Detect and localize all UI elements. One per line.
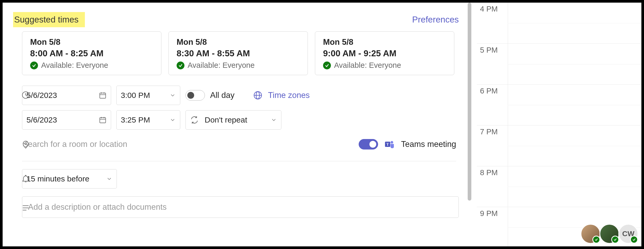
- scrollbar-thumb[interactable]: [468, 3, 471, 201]
- svg-point-17: [25, 175, 26, 176]
- description-icon: [20, 203, 31, 213]
- bell-icon: [20, 173, 31, 184]
- svg-rect-8: [100, 118, 106, 123]
- suggested-timerange: 8:30 AM - 8:55 AM: [177, 48, 300, 58]
- suggested-time-card[interactable]: Mon 5/8 8:00 AM - 8:25 AM Available: Eve…: [22, 31, 161, 75]
- start-date-field[interactable]: 5/6/2023: [22, 86, 111, 105]
- suggested-date: Mon 5/8: [323, 37, 446, 47]
- suggested-date: Mon 5/8: [30, 37, 153, 47]
- suggested-time-card[interactable]: Mon 5/8 8:30 AM - 8:55 AM Available: Eve…: [168, 31, 308, 75]
- hour-label: 4 PM: [480, 5, 498, 13]
- teams-meeting-label: Teams meeting: [401, 140, 456, 149]
- svg-point-15: [391, 141, 393, 144]
- description-field[interactable]: Add a description or attach documents: [22, 196, 459, 218]
- mini-calendar-pane: 4 PM 5 PM 6 PM 7 PM 8 PM 9 PM: [477, 3, 641, 246]
- suggested-times-heading: Suggested times: [13, 12, 85, 27]
- hour-label: 5 PM: [480, 46, 498, 54]
- globe-icon: [253, 90, 263, 100]
- svg-rect-1: [100, 93, 106, 98]
- calendar-hour-row[interactable]: 8 PM: [477, 166, 641, 207]
- repeat-icon: [190, 115, 199, 124]
- avatar[interactable]: [581, 224, 601, 244]
- preferences-link[interactable]: Preferences: [412, 15, 459, 25]
- presence-available-icon: [611, 236, 619, 244]
- check-circle-icon: [323, 62, 331, 69]
- check-circle-icon: [30, 62, 38, 69]
- chevron-down-icon: [271, 117, 277, 123]
- suggested-times-cards: Mon 5/8 8:00 AM - 8:25 AM Available: Eve…: [22, 31, 467, 75]
- hour-label: 9 PM: [480, 209, 498, 218]
- all-day-toggle[interactable]: [185, 90, 205, 101]
- calendar-icon: [99, 91, 107, 99]
- reminder-value: 15 minutes before: [26, 174, 89, 183]
- chevron-down-icon: [170, 92, 176, 98]
- end-date-value: 5/6/2023: [26, 115, 57, 124]
- calendar-hour-row[interactable]: 7 PM: [477, 125, 641, 166]
- avatar[interactable]: [599, 224, 619, 244]
- presence-available-icon: [630, 236, 638, 244]
- presence-avatars: CW: [582, 224, 638, 244]
- recurrence-value: Don't repeat: [205, 115, 247, 124]
- suggested-time-card[interactable]: Mon 5/8 9:00 AM - 9:25 AM Available: Eve…: [315, 31, 454, 75]
- availability-text: Available: Everyone: [334, 61, 401, 70]
- end-time-value: 3:25 PM: [121, 115, 150, 124]
- end-date-field[interactable]: 5/6/2023: [22, 110, 111, 130]
- availability-text: Available: Everyone: [41, 61, 108, 70]
- teams-icon: T: [384, 139, 395, 150]
- start-time-field[interactable]: 3:00 PM: [116, 86, 180, 105]
- divider: [22, 161, 456, 161]
- presence-available-icon: [592, 236, 600, 244]
- chevron-down-icon: [106, 176, 112, 182]
- calendar-hour-row[interactable]: 6 PM: [477, 84, 641, 125]
- chevron-down-icon: [170, 117, 176, 123]
- calendar-icon: [99, 116, 107, 124]
- check-circle-icon: [177, 62, 184, 69]
- suggested-timerange: 8:00 AM - 8:25 AM: [30, 48, 153, 58]
- scrollbar[interactable]: [467, 3, 472, 201]
- suggested-timerange: 9:00 AM - 9:25 AM: [323, 48, 446, 58]
- start-time-value: 3:00 PM: [121, 91, 150, 100]
- hour-label: 8 PM: [480, 168, 498, 177]
- recurrence-field[interactable]: Don't repeat: [185, 110, 281, 130]
- calendar-hour-row[interactable]: 4 PM: [477, 3, 641, 43]
- clock-icon: [20, 90, 31, 100]
- availability-text: Available: Everyone: [188, 61, 255, 70]
- teams-meeting-toggle[interactable]: [359, 139, 378, 150]
- all-day-label: All day: [210, 91, 234, 100]
- hour-label: 6 PM: [480, 87, 498, 95]
- avatar[interactable]: CW: [618, 224, 638, 244]
- svg-text:T: T: [386, 142, 389, 146]
- location-input[interactable]: [22, 136, 352, 152]
- hour-label: 7 PM: [480, 128, 498, 136]
- calendar-hour-row[interactable]: 5 PM: [477, 43, 641, 84]
- end-time-field[interactable]: 3:25 PM: [116, 110, 180, 130]
- reminder-field[interactable]: 15 minutes before: [22, 169, 117, 189]
- time-zones-link[interactable]: Time zones: [268, 91, 310, 100]
- suggested-date: Mon 5/8: [177, 37, 300, 47]
- start-date-value: 5/6/2023: [26, 91, 57, 100]
